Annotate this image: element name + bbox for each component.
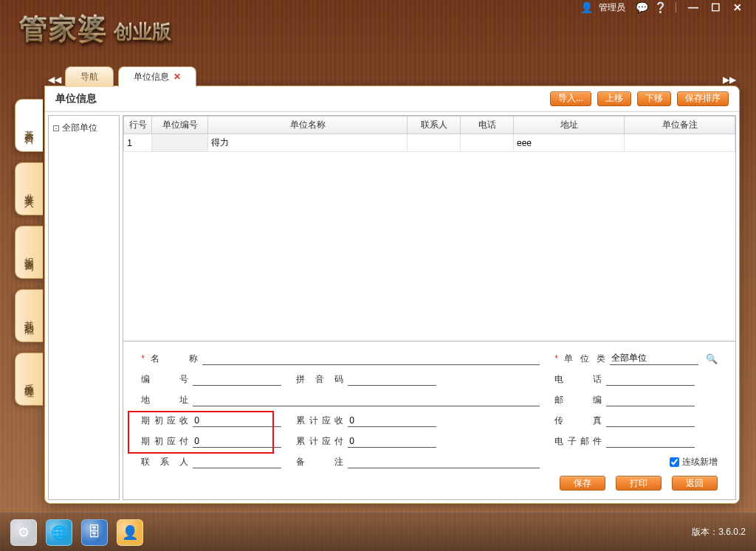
label-code: 编 号: [141, 373, 188, 386]
input-post[interactable]: [606, 393, 695, 406]
input-remark[interactable]: [348, 455, 540, 468]
label-total-recv: 累计应收: [296, 415, 343, 427]
taskbar-db-icon[interactable]: 🗄: [81, 519, 108, 546]
label-contact: 联 系 人: [141, 456, 188, 468]
label-post: 邮 编: [554, 394, 602, 406]
panel-header: 单位信息 导入... 上移 下移 保存排序: [45, 86, 739, 111]
label-category: 单 位 类: [564, 353, 605, 365]
continuous-add-label: 连续新增: [682, 456, 718, 468]
help-icon[interactable]: ❔: [654, 1, 667, 13]
col-remark[interactable]: 单位备注: [625, 117, 735, 134]
save-order-button[interactable]: 保存排序: [677, 91, 729, 106]
main-panel: 单位信息 导入... 上移 下移 保存排序 - 全部单位 行号 单位编号 单位名…: [44, 86, 740, 504]
import-button[interactable]: 导入...: [550, 91, 591, 106]
label-fax: 传 真: [554, 415, 602, 427]
user-icon: 👤: [580, 1, 593, 13]
minimize-button[interactable]: —: [685, 2, 701, 13]
label-phone: 电 话: [554, 373, 602, 386]
brand-main: 管家婆: [19, 10, 108, 48]
input-email[interactable]: [606, 434, 695, 448]
col-contact[interactable]: 联系人: [408, 117, 461, 134]
close-button[interactable]: ✕: [729, 2, 746, 13]
version-label: 版本：: [692, 527, 718, 537]
print-button[interactable]: 打印: [616, 476, 662, 491]
unit-grid[interactable]: 行号 单位编号 单位名称 联系人 电话 地址 单位备注 1 得力: [123, 116, 735, 152]
label-init-pay: 期初应付: [141, 435, 188, 448]
taskbar-globe-icon[interactable]: 🌐: [46, 519, 72, 546]
tab-scroll-right[interactable]: ▶▶: [719, 72, 740, 87]
label-pinyin: 拼 音 码: [296, 373, 343, 386]
tab-row: ◀◀ 导航 单位信息 ✕ ▶▶: [44, 65, 740, 87]
taskbar-settings-icon[interactable]: ⚙: [10, 519, 37, 546]
cell-remark: [625, 134, 735, 152]
input-contact[interactable]: [193, 455, 281, 468]
label-total-pay: 累计应付: [296, 435, 343, 448]
input-category[interactable]: [610, 352, 698, 365]
search-icon[interactable]: 🔍: [706, 353, 718, 364]
sidenav-biz-entry[interactable]: 业务录入: [15, 162, 43, 215]
sidenav-other[interactable]: 其它功能: [15, 289, 43, 342]
tab-label: 单位信息: [134, 71, 169, 83]
continuous-add-input[interactable]: [670, 457, 679, 467]
col-addr[interactable]: 地址: [514, 117, 625, 134]
col-phone[interactable]: 电话: [461, 117, 514, 134]
version-value: 3.6.0.2: [718, 527, 746, 537]
cell-addr: eee: [514, 134, 625, 152]
required-mark: *: [141, 353, 145, 364]
input-pinyin[interactable]: [348, 372, 436, 386]
user-label: 管理员: [599, 1, 625, 14]
form-area: * 名 称 * 单 位 类 🔍 编 号: [123, 342, 736, 500]
form-buttons: 保存 打印 返回: [141, 476, 718, 491]
cell-phone: [461, 134, 514, 152]
unit-tree[interactable]: - 全部单位: [48, 115, 120, 500]
input-phone[interactable]: [606, 372, 695, 386]
wechat-icon[interactable]: 💬: [636, 1, 648, 13]
input-init-pay[interactable]: [193, 434, 281, 448]
right-column: 行号 单位编号 单位名称 联系人 电话 地址 单位备注 1 得力: [123, 115, 736, 500]
col-name[interactable]: 单位名称: [208, 117, 408, 134]
side-nav: 基本资料 业务录入 报表查询 其它功能 系统管理: [15, 99, 44, 406]
page-title: 单位信息: [55, 92, 97, 105]
input-code[interactable]: [193, 372, 281, 386]
tree-root-node[interactable]: - 全部单位: [52, 120, 116, 136]
tree-collapse-icon[interactable]: -: [53, 125, 59, 131]
label-init-recv: 期初应收: [141, 415, 188, 427]
tab-nav[interactable]: 导航: [65, 66, 114, 87]
cell-contact: [408, 134, 461, 152]
tab-unit-info[interactable]: 单位信息 ✕: [118, 66, 196, 87]
tab-label: 导航: [80, 71, 98, 83]
taskbar-user-icon[interactable]: 👤: [117, 519, 143, 546]
taskbar: ⚙ 🌐 🗄 👤 版本：3.6.0.2: [0, 513, 756, 551]
input-total-recv[interactable]: [348, 414, 436, 427]
sidenav-basic-data[interactable]: 基本资料: [15, 99, 43, 152]
move-down-button[interactable]: 下移: [637, 91, 671, 106]
label-name: 名 称: [151, 353, 198, 365]
col-code[interactable]: 单位编号: [152, 117, 208, 134]
tree-root-label: 全部单位: [62, 122, 97, 134]
brand-sub: 创业版: [114, 19, 171, 45]
save-button[interactable]: 保存: [560, 476, 605, 491]
maximize-button[interactable]: ☐: [707, 2, 724, 13]
grid-header-row: 行号 单位编号 单位名称 联系人 电话 地址 单位备注: [124, 117, 735, 134]
label-remark: 备 注: [296, 456, 343, 468]
tab-scroll-left[interactable]: ◀◀: [44, 72, 65, 87]
required-mark: *: [554, 353, 558, 364]
panel-body: - 全部单位 行号 单位编号 单位名称 联系人 电话 地址 单位备注: [45, 111, 739, 503]
input-total-pay[interactable]: [348, 434, 436, 448]
input-init-recv[interactable]: [193, 414, 281, 427]
col-rowno[interactable]: 行号: [124, 117, 152, 134]
sidenav-report-query[interactable]: 报表查询: [15, 226, 43, 279]
label-email: 电子邮件: [554, 435, 602, 448]
continuous-add-checkbox[interactable]: 连续新增: [670, 456, 718, 468]
app-brand: 管家婆 创业版: [19, 10, 171, 48]
input-fax[interactable]: [606, 414, 695, 427]
input-name[interactable]: [202, 352, 540, 365]
back-button[interactable]: 返回: [672, 476, 718, 491]
input-addr[interactable]: [193, 393, 540, 406]
table-row[interactable]: 1 得力 eee: [124, 134, 735, 152]
move-up-button[interactable]: 上移: [597, 91, 631, 106]
divider: [676, 2, 676, 13]
grid-wrap: 行号 单位编号 单位名称 联系人 电话 地址 单位备注 1 得力: [123, 115, 736, 342]
tab-close-icon[interactable]: ✕: [173, 72, 181, 82]
sidenav-system[interactable]: 系统管理: [15, 353, 43, 406]
